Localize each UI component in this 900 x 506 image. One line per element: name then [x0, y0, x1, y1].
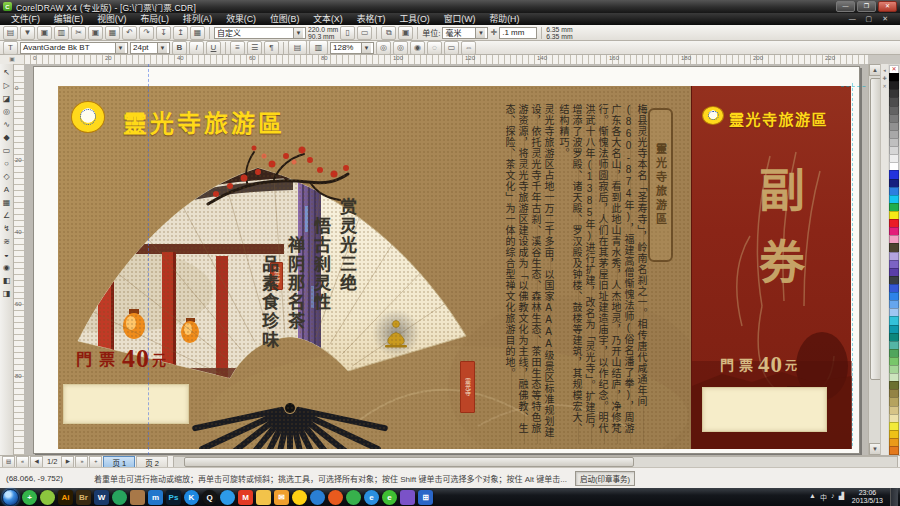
undo-icon[interactable]: ↶ — [122, 26, 137, 40]
redo-icon[interactable]: ↷ — [139, 26, 154, 40]
first-page-button[interactable]: « — [16, 456, 29, 468]
menu-item[interactable]: 工具(O) — [392, 13, 436, 25]
app-m-icon[interactable]: m — [148, 490, 163, 505]
open-icon[interactable]: ▼ — [20, 26, 35, 40]
toolbox-ellipse-tool[interactable]: ○ — [1, 157, 13, 170]
maximize-button[interactable]: ❐ — [857, 1, 876, 12]
menu-item[interactable]: 效果(C) — [219, 13, 263, 25]
toolbox-blend-tool[interactable]: ≋ — [1, 235, 13, 248]
nudge-field[interactable]: .1 mm — [499, 27, 537, 39]
menu-item[interactable]: 窗口(W) — [437, 13, 483, 25]
current-page-icon[interactable]: ▣ — [398, 26, 413, 40]
menu-item[interactable]: 视图(V) — [90, 13, 133, 25]
start-button[interactable] — [2, 489, 19, 506]
app-360-icon[interactable]: + — [22, 490, 37, 505]
toolbox-eyedropper-tool[interactable]: ◒ — [1, 248, 13, 261]
toolbox-zoom-tool[interactable]: ◎ — [1, 105, 13, 118]
save-icon[interactable]: ▣ — [37, 26, 52, 40]
zoom-page-icon[interactable]: ▭ — [444, 41, 459, 55]
toolbox-freehand-tool[interactable]: ∿ — [1, 118, 13, 131]
all-pages-icon[interactable]: ⧉ — [381, 26, 396, 40]
toolbox-outline-pen-tool[interactable]: ◉ — [1, 261, 13, 274]
menu-item[interactable]: 布局(L) — [133, 13, 175, 25]
app-illustrator-icon[interactable]: Ai — [58, 490, 73, 505]
text-options-icon[interactable]: T — [3, 41, 18, 55]
app-ie-icon[interactable]: e — [364, 490, 379, 505]
app-media-icon[interactable] — [400, 490, 415, 505]
zoom-level-combo[interactable]: 128%▼ — [330, 42, 374, 54]
page-tab[interactable]: 页 2 — [136, 456, 168, 468]
toolbox-text-tool[interactable]: A — [1, 183, 13, 196]
zoom-in-icon[interactable]: ◎ — [376, 41, 391, 55]
app-green-icon[interactable] — [112, 490, 127, 505]
toolbox-interactive-fill-tool[interactable]: ◨ — [1, 287, 13, 300]
menu-item[interactable]: 编辑(E) — [47, 13, 90, 25]
paste-icon[interactable]: ▦ — [105, 26, 120, 40]
guideline-vertical[interactable] — [148, 64, 149, 455]
menu-item[interactable]: 文件(F) — [4, 13, 47, 25]
mdi-window-controls[interactable]: — ▢ ✕ — [849, 15, 896, 23]
portrait-icon[interactable]: ▯ — [340, 26, 355, 40]
minimize-button[interactable]: — — [836, 1, 855, 12]
last-page-button[interactable]: » — [75, 456, 88, 468]
next-page-button[interactable]: ▶ — [61, 456, 74, 468]
tray-volume-icon[interactable]: ♪ — [831, 492, 835, 502]
horizontal-scrollbar[interactable] — [173, 456, 898, 468]
app-thunder-icon[interactable] — [292, 490, 307, 505]
page-tab[interactable]: 页 1 — [103, 456, 135, 468]
drawing-canvas[interactable]: 靈光寺旅游區 靈光寺 梅县灵光寺本名「圣寿寺」，岭南名刹之一。相传唐代咸通年间(… — [24, 64, 868, 455]
italic-button[interactable]: I — [189, 41, 204, 55]
toolbox-shape-tool[interactable]: ▷ — [1, 79, 13, 92]
menu-item[interactable]: 表格(T) — [350, 13, 393, 25]
palette-swatch[interactable] — [889, 446, 899, 455]
folder-icon[interactable] — [256, 490, 271, 505]
zoom-out-icon[interactable]: ◎ — [393, 41, 408, 55]
new-icon[interactable]: ▤ — [3, 26, 18, 40]
tray-ime-icon[interactable]: 中 — [820, 492, 827, 502]
print-icon[interactable]: ▥ — [54, 26, 69, 40]
font-size-combo[interactable]: 24pt▼ — [130, 42, 170, 54]
menu-item[interactable]: 文本(X) — [306, 13, 349, 25]
bullets-icon[interactable]: ☰ — [247, 41, 262, 55]
docker-collapse-strip[interactable]: ◂✚✕ — [880, 64, 888, 455]
cut-icon[interactable]: ✂ — [71, 26, 86, 40]
toolbox-connector-tool[interactable]: ↯ — [1, 222, 13, 235]
app-globe-icon[interactable] — [310, 490, 325, 505]
app-leaf-icon[interactable] — [40, 490, 55, 505]
app-mgtv-icon[interactable]: M — [238, 490, 253, 505]
page-area[interactable]: 靈光寺旅游區 靈光寺 梅县灵光寺本名「圣寿寺」，岭南名刹之一。相传唐代咸通年间(… — [33, 66, 860, 454]
horizontal-scroll-thumb[interactable] — [184, 457, 634, 467]
toolbox-polygon-tool[interactable]: ◇ — [1, 170, 13, 183]
menu-item[interactable]: 位图(B) — [263, 13, 306, 25]
font-combo[interactable]: AvantGarde Bk BT▼ — [20, 42, 128, 54]
toolbox-crop-tool[interactable]: ◪ — [1, 92, 13, 105]
bold-button[interactable]: B — [172, 41, 187, 55]
app-360se-icon[interactable]: e — [382, 490, 397, 505]
zoom-selected-icon[interactable]: ◉ — [410, 41, 425, 55]
toolbox-dimension-tool[interactable]: ∠ — [1, 209, 13, 222]
app-windows-icon[interactable]: ⊞ — [418, 490, 433, 505]
toolbox-table-tool[interactable]: ▦ — [1, 196, 13, 209]
paper-preset-combo[interactable]: 自定义▼ — [214, 27, 306, 39]
align-left-icon[interactable]: ≡ — [230, 41, 245, 55]
toolbox-fill-tool[interactable]: ◧ — [1, 274, 13, 287]
page-options-icon[interactable]: ▤ — [2, 456, 15, 468]
zoom-width-icon[interactable]: ⇔ — [461, 41, 476, 55]
duplicate-distance-fields[interactable]: 6.35 mm6.35 mm — [546, 26, 572, 40]
underline-button[interactable]: U — [206, 41, 221, 55]
tray-network-icon[interactable]: ▟ — [838, 492, 843, 502]
export-icon[interactable]: ↥ — [173, 26, 188, 40]
import-icon[interactable]: ↧ — [156, 26, 171, 40]
taskbar-clock[interactable]: 23:062013/5/13 — [848, 489, 887, 505]
text-frame-icon[interactable]: ▥ — [309, 40, 328, 55]
app-k-icon[interactable]: K — [184, 490, 199, 505]
landscape-icon[interactable]: ▭ — [357, 26, 372, 40]
edit-text-icon[interactable]: ▤ — [288, 40, 307, 55]
app-launcher-icon[interactable]: ▦ — [190, 26, 205, 40]
tray-up-icon[interactable]: ▲ — [809, 492, 816, 502]
toolbox-rectangle-tool[interactable]: ▭ — [1, 144, 13, 157]
app-green2-icon[interactable] — [346, 490, 361, 505]
close-button[interactable]: ✕ — [878, 1, 897, 12]
menu-item[interactable]: 帮助(H) — [483, 13, 527, 25]
app-browser-icon[interactable] — [220, 490, 235, 505]
